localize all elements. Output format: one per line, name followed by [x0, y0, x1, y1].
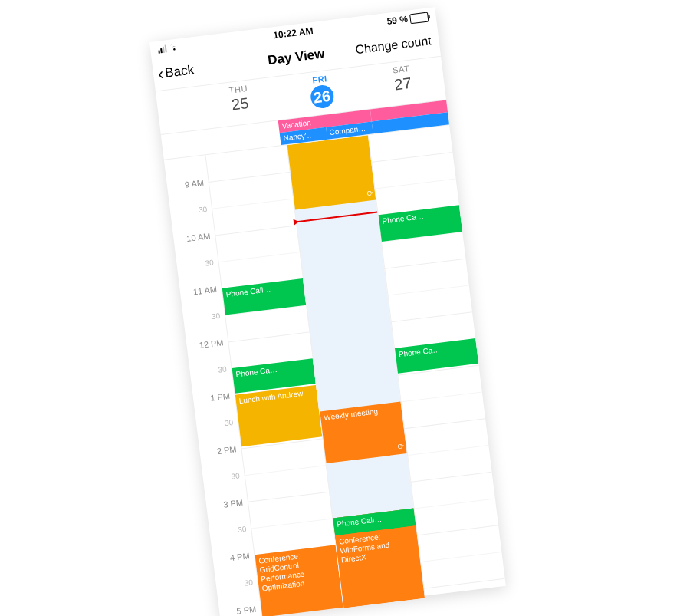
event-lunch[interactable]: Lunch with Andrew [235, 385, 322, 446]
time-label: 1 PM [210, 391, 231, 403]
time-label-30: 30 [231, 471, 240, 480]
time-label: 11 AM [192, 285, 217, 297]
chevron-left-icon: ‹ [157, 65, 165, 83]
time-label: 10 AM [186, 231, 211, 243]
phone-frame: 10:22 AM 59 % ‹ Back Day View Change cou… [150, 7, 506, 616]
event-phone-call[interactable]: Phone Call… [222, 278, 306, 315]
time-label-30: 30 [205, 258, 214, 267]
time-label: 5 PM [236, 604, 257, 616]
event-weekly-meeting[interactable]: Weekly meeting ⟳ [320, 402, 406, 463]
time-label-30: 30 [224, 418, 233, 427]
battery-percent: 59 % [386, 14, 409, 27]
time-label-30: 30 [198, 205, 207, 214]
time-label: 2 PM [216, 444, 237, 456]
back-button[interactable]: ‹ Back [157, 61, 195, 83]
battery-icon [409, 12, 429, 24]
recurrence-icon: ⟳ [366, 189, 373, 199]
day-number: 26 [309, 84, 334, 109]
time-label: 9 AM [184, 178, 204, 189]
schedule-grid[interactable]: 9 AM 30 10 AM 30 11 AM 30 12 PM 30 1 PM … [164, 125, 506, 616]
event-phone-call[interactable]: Phone Ca… [379, 205, 462, 242]
event-conference[interactable]: Conference: WinForms and DirectX [335, 525, 425, 608]
time-label: 3 PM [223, 498, 244, 509]
time-label-30: 30 [244, 578, 253, 587]
event-conference[interactable]: Conference: GridControl Performance Opti… [255, 545, 343, 616]
time-label-30: 30 [238, 525, 247, 534]
current-time-indicator [297, 211, 377, 222]
time-label: 12 PM [199, 338, 224, 350]
time-label: 4 PM [229, 551, 250, 562]
wifi-icon [168, 41, 180, 54]
time-label-30: 30 [218, 364, 227, 374]
back-label: Back [164, 62, 195, 81]
event-block[interactable]: ⟳ [288, 135, 376, 209]
signal-icon [158, 44, 167, 53]
recurrence-icon: ⟳ [397, 443, 404, 453]
time-label-30: 30 [211, 311, 220, 321]
event-phone-call[interactable]: Phone Ca… [395, 338, 478, 374]
